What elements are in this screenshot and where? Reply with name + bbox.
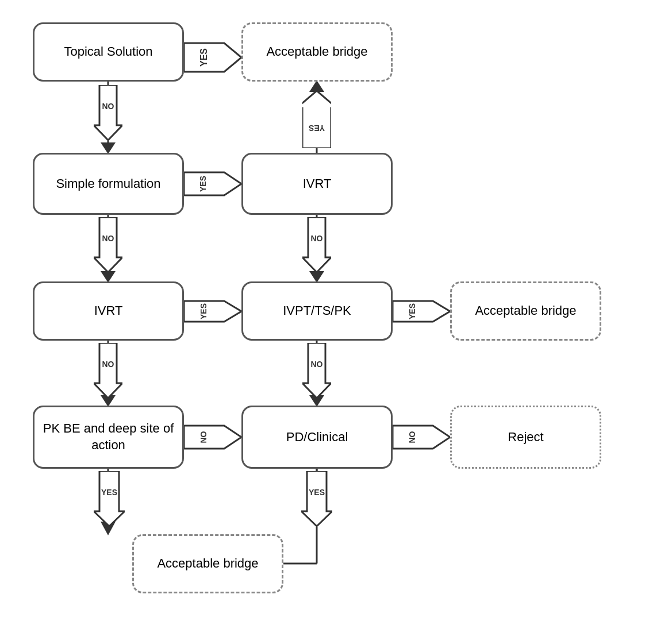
svg-marker-47 xyxy=(302,91,331,148)
svg-marker-37 xyxy=(94,343,122,398)
svg-marker-45 xyxy=(301,471,332,526)
svg-text:YES: YES xyxy=(309,124,325,133)
svg-text:NO: NO xyxy=(311,234,323,243)
svg-marker-11 xyxy=(309,271,324,283)
ivrt-top-node: IVRT xyxy=(241,153,393,215)
acceptable-bridge-1-node: Acceptable bridge xyxy=(241,22,393,82)
svg-text:NO: NO xyxy=(102,102,114,111)
topical-solution-node: Topical Solution xyxy=(33,22,184,82)
svg-marker-5 xyxy=(101,271,116,283)
svg-text:YES: YES xyxy=(408,303,417,319)
svg-text:YES: YES xyxy=(309,488,325,497)
reject-label: Reject xyxy=(508,429,543,446)
svg-text:YES: YES xyxy=(199,303,208,319)
acceptable-bridge-3-node: Acceptable bridge xyxy=(132,534,283,593)
reject-node: Reject xyxy=(450,406,601,469)
svg-text:NO: NO xyxy=(102,360,114,369)
pk-be-node: PK BE and deep site of action xyxy=(33,406,184,469)
svg-text:NO: NO xyxy=(102,234,114,243)
svg-marker-3 xyxy=(101,142,116,154)
svg-marker-25 xyxy=(184,301,241,322)
svg-marker-20 xyxy=(309,80,324,92)
topical-solution-label: Topical Solution xyxy=(64,44,152,60)
svg-marker-23 xyxy=(184,172,241,195)
svg-marker-35 xyxy=(94,217,122,272)
svg-text:NO: NO xyxy=(408,431,417,443)
svg-marker-33 xyxy=(94,85,122,140)
svg-marker-21 xyxy=(184,43,241,72)
ivpt-ts-pk-label: IVPT/TS/PK xyxy=(283,303,351,319)
acceptable-bridge-2-node: Acceptable bridge xyxy=(450,281,601,341)
pd-clinical-label: PD/Clinical xyxy=(286,429,348,446)
flowchart: YES YES YES YES NO NO NO NO NO xyxy=(0,0,672,629)
simple-formulation-node: Simple formulation xyxy=(33,153,184,215)
ivpt-ts-pk-node: IVPT/TS/PK xyxy=(241,281,393,341)
svg-text:YES: YES xyxy=(198,176,208,192)
svg-marker-29 xyxy=(184,426,241,449)
svg-text:YES: YES xyxy=(101,488,117,497)
svg-marker-27 xyxy=(393,301,450,322)
acceptable-bridge-3-label: Acceptable bridge xyxy=(157,555,258,572)
svg-marker-41 xyxy=(302,217,331,272)
simple-formulation-label: Simple formulation xyxy=(56,176,160,192)
pd-clinical-node: PD/Clinical xyxy=(241,406,393,469)
ivrt-left-node: IVRT xyxy=(33,281,184,341)
svg-line-15 xyxy=(283,534,317,564)
ivrt-top-label: IVRT xyxy=(303,176,332,192)
svg-marker-39 xyxy=(94,471,125,526)
svg-marker-31 xyxy=(393,426,450,449)
svg-marker-43 xyxy=(302,343,331,398)
acceptable-bridge-1-label: Acceptable bridge xyxy=(266,44,367,60)
svg-text:NO: NO xyxy=(199,431,208,443)
svg-text:NO: NO xyxy=(311,360,323,369)
svg-text:YES: YES xyxy=(199,48,209,67)
pk-be-label: PK BE and deep site of action xyxy=(34,420,182,453)
ivrt-left-label: IVRT xyxy=(94,303,123,319)
acceptable-bridge-2-label: Acceptable bridge xyxy=(475,303,576,319)
